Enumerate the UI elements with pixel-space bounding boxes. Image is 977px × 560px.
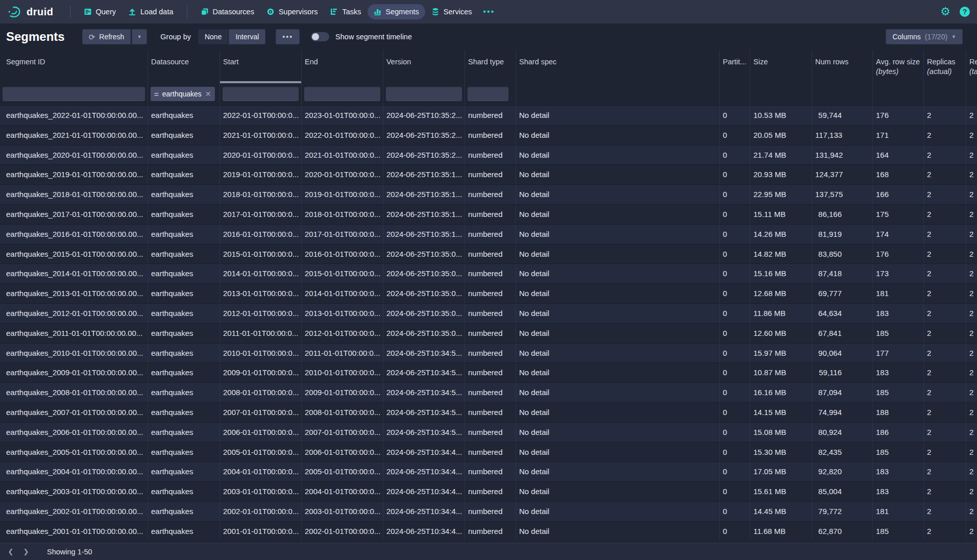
- remove-filter-icon[interactable]: ✕: [205, 90, 211, 98]
- refresh-button[interactable]: ⟳ Refresh: [82, 29, 131, 44]
- column-header-num_rows[interactable]: Num rows: [812, 50, 873, 83]
- table-row[interactable]: earthquakes_2008-01-01T00:00:00.00...ear…: [0, 382, 977, 402]
- cell-datasource: earthquakes: [148, 482, 220, 501]
- cell-size: 16.16 MB: [750, 383, 812, 402]
- next-page-button[interactable]: ❯: [18, 545, 34, 559]
- table-row[interactable]: earthquakes_2020-01-01T00:00:00.00...ear…: [0, 145, 977, 165]
- table-row[interactable]: earthquakes_2012-01-01T00:00:00.00...ear…: [0, 303, 977, 323]
- table-row[interactable]: earthquakes_2002-01-01T00:00:00.00...ear…: [0, 501, 977, 521]
- group-by-none-button[interactable]: None: [198, 29, 229, 44]
- column-header-size[interactable]: Size: [750, 50, 812, 83]
- table-row[interactable]: earthquakes_2021-01-01T00:00:00.00...ear…: [0, 125, 977, 145]
- druid-logo[interactable]: druid: [7, 5, 54, 18]
- columns-button[interactable]: Columns (17/20) ▼: [886, 29, 963, 44]
- table-row[interactable]: earthquakes_2016-01-01T00:00:00.00...ear…: [0, 224, 977, 244]
- cell-num_rows: 87,094: [812, 383, 873, 402]
- brand-name: druid: [27, 6, 54, 18]
- cell-avg_row_size: 173: [873, 264, 924, 283]
- help-icon[interactable]: ?: [960, 7, 970, 17]
- segment-timeline-toggle[interactable]: [311, 32, 329, 41]
- column-header-datasource[interactable]: Datasource: [148, 50, 220, 83]
- cell-end: 2005-01-01T00:00:0...: [302, 462, 383, 481]
- table-row[interactable]: earthquakes_2003-01-01T00:00:00.00...ear…: [0, 481, 977, 501]
- table-row[interactable]: earthquakes_2001-01-01T00:00:00.00...ear…: [0, 521, 977, 541]
- table-row[interactable]: earthquakes_2022-01-01T00:00:00.00...ear…: [0, 105, 977, 125]
- column-header-replicas[interactable]: Replicas(actual): [924, 50, 966, 83]
- nav-item-label: Supervisors: [279, 8, 318, 16]
- cell-partition: 0: [720, 284, 750, 303]
- nav-item-load-data[interactable]: Load data: [122, 4, 180, 19]
- cell-num_rows: 117,133: [812, 126, 873, 145]
- cell-num_rows: 80,924: [812, 423, 873, 442]
- nav-item-label: Datasources: [213, 8, 254, 16]
- cell-shard_spec: No detail: [516, 264, 720, 283]
- cell-avg_row_size: 171: [873, 126, 924, 145]
- cell-num_rows: 85,004: [812, 482, 873, 501]
- table-row[interactable]: earthquakes_2005-01-01T00:00:00.00...ear…: [0, 442, 977, 462]
- table-row[interactable]: earthquakes_2013-01-01T00:00:00.00...ear…: [0, 283, 977, 303]
- cell-shard_type: numbered: [465, 106, 516, 125]
- cell-size: 11.68 MB: [750, 522, 812, 541]
- nav-item-datasources[interactable]: Datasources: [194, 4, 260, 19]
- table-row[interactable]: earthquakes_2004-01-01T00:00:00.00...ear…: [0, 461, 977, 481]
- group-by-interval-button[interactable]: Interval: [229, 29, 265, 44]
- cell-replication_factor: 2: [966, 403, 977, 422]
- table-row[interactable]: earthquakes_2007-01-01T00:00:00.00...ear…: [0, 402, 977, 422]
- nav-item-segments[interactable]: Segments: [368, 4, 425, 19]
- nav-item-tasks[interactable]: Tasks: [324, 4, 367, 19]
- nav-item-query[interactable]: Query: [78, 4, 123, 19]
- column-header-shard_type[interactable]: Shard type: [465, 50, 516, 83]
- cell-replicas: 2: [924, 403, 966, 422]
- cell-avg_row_size: 175: [873, 205, 924, 224]
- filter-input-version[interactable]: [386, 87, 462, 101]
- cell-start: 2003-01-01T00:00:0...: [220, 482, 302, 501]
- column-header-shard_spec[interactable]: Shard spec: [516, 50, 720, 83]
- previous-page-button[interactable]: ❮: [3, 545, 18, 559]
- nav-item-services[interactable]: Services: [425, 4, 478, 19]
- cell-num_rows: 90,064: [812, 344, 873, 363]
- column-header-version[interactable]: Version: [383, 50, 465, 83]
- table-row[interactable]: earthquakes_2006-01-01T00:00:00.00...ear…: [0, 422, 977, 442]
- cell-datasource: earthquakes: [148, 324, 220, 343]
- table-row[interactable]: earthquakes_2015-01-01T00:00:00.00...ear…: [0, 244, 977, 264]
- cell-start: 2010-01-01T00:00:0...: [220, 344, 302, 363]
- group-by-label: Group by: [160, 33, 191, 41]
- column-header-segment_id[interactable]: Segment ID: [0, 50, 148, 83]
- table-row[interactable]: earthquakes_2009-01-01T00:00:00.00...ear…: [0, 362, 977, 382]
- table-row[interactable]: earthquakes_2010-01-01T00:00:00.00...ear…: [0, 343, 977, 363]
- column-header-avg_row_size[interactable]: Avg. row size(bytes): [873, 50, 924, 83]
- table-row[interactable]: earthquakes_2011-01-01T00:00:00.00...ear…: [0, 323, 977, 343]
- cell-version: 2024-06-25T10:34:5...: [383, 383, 465, 402]
- cell-avg_row_size: 183: [873, 462, 924, 481]
- cell-datasource: earthquakes: [148, 344, 220, 363]
- cell-segment_id: earthquakes_2020-01-01T00:00:00.00...: [0, 145, 148, 165]
- filter-input-segment_id[interactable]: [3, 87, 145, 101]
- nav-more-button[interactable]: •••: [478, 4, 500, 20]
- nav-item-label: Query: [96, 8, 116, 16]
- column-header-end[interactable]: End: [302, 50, 383, 83]
- table-row[interactable]: earthquakes_2017-01-01T00:00:00.00...ear…: [0, 204, 977, 224]
- datasource-filter-tag[interactable]: =earthquakes✕: [151, 87, 215, 101]
- cell-num_rows: 81,919: [812, 225, 873, 244]
- more-options-button[interactable]: •••: [276, 29, 300, 44]
- cell-start: 2002-01-01T00:00:0...: [220, 502, 302, 521]
- column-header-start[interactable]: Start: [220, 50, 302, 83]
- filter-input-end[interactable]: [304, 87, 380, 101]
- table-row[interactable]: earthquakes_2019-01-01T00:00:00.00...ear…: [0, 164, 977, 184]
- settings-gear-icon[interactable]: ⚙: [940, 6, 950, 17]
- table-row[interactable]: earthquakes_2014-01-01T00:00:00.00...ear…: [0, 263, 977, 283]
- table-row[interactable]: earthquakes_2018-01-01T00:00:00.00...ear…: [0, 184, 977, 204]
- column-header-partition[interactable]: Partit...: [720, 50, 750, 83]
- nav-item-supervisors[interactable]: Supervisors: [260, 4, 324, 19]
- cell-datasource: earthquakes: [148, 423, 220, 442]
- cell-size: 17.05 MB: [750, 462, 812, 481]
- filter-input-shard_type[interactable]: [468, 87, 508, 101]
- refresh-caret-button[interactable]: ▼: [132, 29, 147, 44]
- cell-datasource: earthquakes: [148, 363, 220, 382]
- cell-end: 2012-01-01T00:00:0...: [302, 324, 383, 343]
- cell-segment_id: earthquakes_2001-01-01T00:00:00.00...: [0, 522, 148, 541]
- column-header-replication_factor[interactable]: Replication factor(target): [966, 50, 977, 83]
- filter-input-start[interactable]: [223, 87, 299, 101]
- nav-item-label: Tasks: [342, 8, 361, 16]
- cell-partition: 0: [720, 363, 750, 382]
